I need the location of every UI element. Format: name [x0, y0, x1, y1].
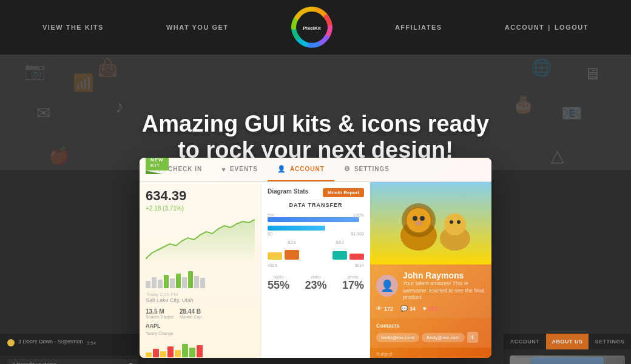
- heart-icon: ♥: [423, 305, 427, 312]
- contacts-section: Contacts Hello@me.com Andy@me.com +: [370, 318, 491, 348]
- tab-settings[interactable]: ⚙ SETTINGS: [334, 158, 399, 181]
- tab-account[interactable]: 👤 ACCOUNT: [268, 158, 334, 181]
- doodle-triangle: △: [551, 146, 564, 166]
- doodle-globe: 🌐: [531, 58, 552, 78]
- player-track: 3 Doors Down - Superman: [18, 339, 83, 345]
- card-tabs: 📍 CHECK IN ♥ EVENTS 👤 ACCOUNT ⚙ SETTINGS: [140, 158, 491, 182]
- svg-point-13: [450, 220, 453, 224]
- stock-panel: 634.39 +2.18 (3.71%): [140, 182, 261, 358]
- doodle-apple: 🍎: [49, 146, 70, 166]
- nav-view-kits[interactable]: VIEW THE KITS: [42, 24, 104, 31]
- aapl-bars: [146, 339, 255, 357]
- doodle-monitor: 🖥: [584, 64, 601, 84]
- stats-title: Diagram Stats: [268, 188, 308, 195]
- svg-rect-15: [531, 357, 604, 365]
- shares-traded: 13.5 M Shares Traded: [146, 308, 174, 319]
- lion-art: [370, 182, 491, 265]
- content-area: 3 Doors Down - Superman 3:54 3 Dropdown …: [0, 170, 631, 364]
- profile-header-row: 👤 John Raymons Your talent amazes! This …: [376, 271, 485, 302]
- usage-stats: audio 55% video 23% photo 17%: [268, 275, 364, 292]
- audio-stat: audio 55%: [268, 275, 289, 292]
- stats-panel: Diagram Stats Month Report DATA TRANSFER…: [261, 182, 370, 358]
- logo[interactable]: PixelKit: [291, 7, 332, 48]
- profile-stats: 👁 172 💬 34 ♥ 210: [376, 305, 485, 312]
- video-stat: video 23%: [305, 275, 326, 292]
- mini-bars: [146, 270, 255, 288]
- player-time: 3:54: [87, 340, 96, 346]
- comments-stat: 💬 34: [400, 305, 416, 312]
- new-kit-badge: NEW KIT: [146, 158, 169, 170]
- svg-point-8: [413, 216, 417, 221]
- nav-affiliates[interactable]: AFfILiaTes: [395, 24, 442, 31]
- rs-tab-account[interactable]: ACCOUNT: [504, 334, 546, 349]
- doodle-envelope2: 📧: [561, 103, 582, 123]
- data-transfer-label: DATA TRANSFER: [268, 202, 364, 208]
- svg-text:PixelKit: PixelKit: [303, 25, 321, 31]
- comment-icon: 💬: [400, 305, 408, 312]
- stock-change: +2.18 (3.71%): [146, 205, 255, 212]
- rs-tabs: ACCOUNT ABOUT US SETTINGS: [504, 334, 631, 349]
- stats-header: Diagram Stats Month Report: [268, 188, 364, 197]
- cyclist-art: [531, 357, 604, 365]
- nav-separator: |: [548, 24, 551, 31]
- navigation: VIEW THE KITS WHAT YOU GET PixelKit: [0, 0, 631, 55]
- account-icon: 👤: [277, 165, 286, 173]
- right-sidebar-widget: ACCOUNT ABOUT US SETTINGS: [504, 334, 631, 364]
- eye-icon: 👁: [376, 305, 382, 312]
- contact-tags: Hello@me.com Andy@me.com +: [376, 332, 485, 343]
- player-indicator: [7, 339, 15, 346]
- events-icon: ♥: [221, 166, 226, 173]
- hearts-stat: ♥ 210: [423, 305, 437, 312]
- music-player: 3 Doors Down - Superman 3:54: [0, 334, 146, 356]
- doodle-wifi: 📶: [73, 73, 94, 93]
- svg-point-9: [420, 216, 425, 221]
- doodle-cake: 🎂: [513, 94, 534, 114]
- doodle-camera: 📷: [24, 61, 46, 81]
- rs-profile-photo: [510, 356, 625, 364]
- nav-links: VIEW THE KITS WHAT YOU GET PixelKit: [42, 7, 589, 48]
- tab-events[interactable]: ♥ EVENTS: [212, 158, 268, 181]
- rs-tab-about-us[interactable]: ABOUT US: [546, 334, 589, 349]
- avatar: 👤: [376, 275, 398, 297]
- chart-svg: [146, 217, 255, 265]
- stock-meta: 13.5 M Shares Traded 28.44 B Market Cap: [146, 308, 255, 319]
- profile-hero-image: [370, 182, 491, 265]
- card-body: 634.39 +2.18 (3.71%): [140, 182, 491, 358]
- comp-bottom-labels: 4929 5614: [268, 263, 364, 268]
- svg-point-7: [407, 208, 431, 232]
- rs-profile: Now Playing: Pocket Full Of Shells New M…: [504, 349, 631, 364]
- transfer-bar-2: $0 $1,000: [268, 226, 364, 236]
- doodle-envelope: ✉: [36, 103, 50, 123]
- contacts-label: Contacts: [376, 323, 485, 329]
- nav-logout[interactable]: LOGOUT: [555, 24, 589, 31]
- profile-name: John Raymons: [403, 271, 485, 280]
- svg-point-14: [457, 220, 461, 224]
- comparison-labels: $23 $62: [268, 240, 364, 245]
- left-sidebar-widget: 3 Doors Down - Superman 3:54 3 Dropdown …: [0, 334, 146, 364]
- dropdown-selector[interactable]: 3 Dropdown Items ▼: [7, 359, 138, 364]
- settings-tab-icon: ⚙: [344, 165, 351, 173]
- doodle-music: ♪: [115, 97, 124, 116]
- views-stat: 👁 172: [376, 305, 393, 312]
- hero-title: Amazing GUI kits & icons ready to rock y…: [142, 111, 489, 164]
- profile-panel: 👤 John Raymons Your talent amazes! This …: [370, 182, 491, 358]
- svg-point-10: [415, 221, 422, 226]
- rs-tab-settings[interactable]: SETTINGS: [589, 334, 631, 349]
- profile-description: Your talent amazes! This is awesome. Exc…: [403, 280, 485, 302]
- contact-tag-1[interactable]: Hello@me.com: [376, 333, 419, 342]
- profile-info: 👤 John Raymons Your talent amazes! This …: [370, 265, 491, 318]
- contact-tag-2[interactable]: Andy@me.com: [422, 333, 465, 342]
- dashboard-card: NEW KIT 📍 CHECK IN ♥ EVENTS 👤 ACCOUNT ⚙ …: [140, 158, 491, 358]
- month-report-button[interactable]: Month Report: [323, 188, 364, 197]
- stock-date: Today 2:25 PM Salt Lake City, Utah: [146, 292, 255, 303]
- stock-value: 634.39: [146, 188, 255, 204]
- subject-label: Subject: [370, 348, 491, 358]
- stock-chart: [146, 217, 255, 265]
- photo-stat: photo 17%: [342, 275, 364, 292]
- comparison-bars: [268, 248, 364, 260]
- add-contact-button[interactable]: +: [467, 332, 478, 343]
- yearly-meta: AAPL Yearly Change: [146, 323, 255, 335]
- nav-account[interactable]: ACCOUNT: [505, 24, 545, 31]
- nav-what-you-get[interactable]: WHAT YOU GET: [166, 24, 229, 31]
- market-cap: 28.44 B Market Cap: [180, 308, 201, 319]
